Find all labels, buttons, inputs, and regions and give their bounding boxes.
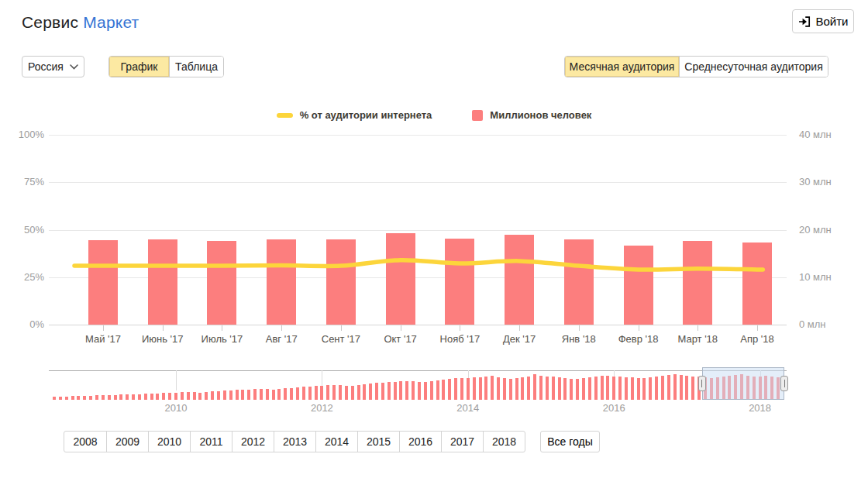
timeline-bar <box>332 385 336 400</box>
timeline-bar <box>83 396 86 400</box>
year-button-group: 2008200920102011201220132014201520162017… <box>64 431 525 452</box>
timeline-bar <box>388 382 391 400</box>
timeline-bar <box>126 394 129 400</box>
timeline-bar <box>642 378 646 400</box>
timeline-bar <box>576 379 579 400</box>
timeline-bar <box>369 384 372 400</box>
timeline-bar <box>71 396 74 400</box>
timeline-bar <box>102 395 105 400</box>
timeline-bar <box>59 397 62 400</box>
timeline-bar <box>315 386 318 400</box>
timeline-bar <box>198 393 202 400</box>
year-button[interactable]: 2018 <box>483 432 525 452</box>
timeline-bar <box>606 376 609 400</box>
timeline-bar <box>339 385 342 400</box>
timeline-bar <box>691 377 694 400</box>
timeline-bar <box>302 387 305 400</box>
year-button[interactable]: 2012 <box>232 432 274 452</box>
timeline-bar <box>156 394 159 400</box>
timeline-bar <box>637 378 640 400</box>
timeline-bar <box>631 377 634 400</box>
timeline-bar <box>497 377 500 400</box>
timeline-bar <box>144 394 147 400</box>
timeline-bar <box>539 376 542 400</box>
timeline-bar <box>77 396 80 400</box>
timeline-minichart: 20102012201420162018 <box>0 0 868 485</box>
year-button[interactable]: 2017 <box>441 432 483 452</box>
timeline-bar <box>181 392 184 400</box>
timeline-bar <box>612 377 615 400</box>
timeline-bar <box>241 390 244 400</box>
timeline-bar <box>296 387 299 400</box>
year-button[interactable]: 2016 <box>399 432 441 452</box>
all-years-button[interactable]: Все годы <box>540 431 600 452</box>
timeline-bar <box>162 393 165 400</box>
timeline-bar <box>563 378 567 400</box>
timeline-bar <box>460 378 463 400</box>
timeline-bar <box>473 377 476 400</box>
year-button[interactable]: 2013 <box>274 432 315 452</box>
timeline-year-label: 2012 <box>302 402 341 414</box>
timeline-bar <box>484 377 487 400</box>
timeline-bar <box>618 377 622 400</box>
timeline-year-label: 2010 <box>157 402 195 414</box>
timeline-bar <box>588 377 591 400</box>
timeline-bar <box>236 390 239 400</box>
timeline-year-label: 2016 <box>594 402 633 414</box>
year-button[interactable]: 2009 <box>106 432 148 452</box>
timeline-bar <box>266 389 269 400</box>
timeline-bar <box>418 382 421 400</box>
timeline-bar <box>308 387 312 400</box>
timeline-bar <box>533 374 536 400</box>
timeline-bar <box>685 376 688 400</box>
timeline-brush[interactable] <box>702 367 784 400</box>
timeline-bar <box>655 377 658 400</box>
timeline-bar <box>430 381 433 400</box>
timeline-bar <box>95 395 98 400</box>
timeline-bar <box>357 385 360 400</box>
timeline-bar <box>326 385 329 400</box>
timeline-bar <box>680 375 683 400</box>
timeline-bar <box>187 392 190 400</box>
timeline-bar <box>467 378 470 400</box>
timeline-bar <box>277 389 281 400</box>
timeline-bar <box>253 389 257 400</box>
timeline-bar <box>260 389 263 400</box>
timeline-bar <box>667 375 670 400</box>
timeline-bar <box>527 377 530 400</box>
timeline-bar <box>491 376 494 400</box>
year-button[interactable]: 2008 <box>64 432 106 452</box>
timeline-bar <box>193 392 196 400</box>
timeline-bar <box>454 378 457 400</box>
year-button[interactable]: 2010 <box>148 432 190 452</box>
timeline-bar <box>558 377 561 400</box>
year-button[interactable]: 2014 <box>315 432 357 452</box>
timeline-bar <box>272 390 275 400</box>
timeline-bar <box>211 391 214 400</box>
timeline-bar <box>594 377 598 400</box>
year-button[interactable]: 2015 <box>357 432 399 452</box>
timeline-bar <box>546 377 549 400</box>
timeline-bar <box>515 378 518 400</box>
timeline-year-label: 2018 <box>741 402 780 414</box>
timeline-bar <box>394 382 397 400</box>
timeline-bar <box>174 393 177 400</box>
timeline-bar <box>132 394 135 400</box>
timeline-bar <box>229 390 232 400</box>
timeline-bar <box>168 393 171 400</box>
timeline-bar <box>479 377 482 400</box>
year-button[interactable]: 2011 <box>190 432 232 452</box>
timeline-bar <box>448 379 451 400</box>
timeline-bar <box>150 394 153 400</box>
timeline-bar <box>217 391 220 400</box>
timeline-bar <box>345 386 348 400</box>
timeline-bar <box>205 392 208 400</box>
timeline-bar <box>436 380 439 400</box>
timeline-bar <box>399 381 402 400</box>
timeline-bar <box>89 396 92 400</box>
brush-handle-right[interactable] <box>780 376 788 391</box>
timeline-bar <box>375 383 378 400</box>
timeline-bar <box>223 390 226 400</box>
brush-handle-left[interactable] <box>698 376 706 391</box>
radar-service-page: СервисМаркет Войти Россия ГрафикТаблица … <box>0 0 868 485</box>
